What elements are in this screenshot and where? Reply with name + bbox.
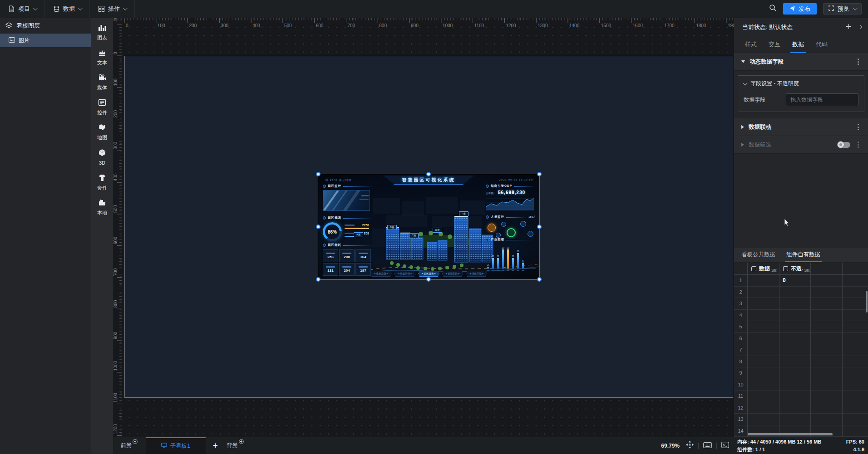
circle-plus-icon[interactable] (133, 439, 138, 445)
table-cell[interactable] (843, 287, 868, 298)
table-cell[interactable] (843, 310, 868, 322)
preview-button[interactable]: 预览 (823, 3, 862, 15)
table-cell[interactable] (779, 333, 811, 345)
toolbox-item-charts[interactable]: 图表 (91, 24, 113, 40)
editor-canvas[interactable]: 0100200300400500600700800900100011001200… (113, 18, 734, 437)
table-cell[interactable] (811, 275, 843, 287)
table-cell[interactable] (843, 298, 868, 310)
toolbox-item-kits[interactable]: 套件 (91, 174, 113, 190)
table-cell[interactable] (811, 414, 843, 425)
section-dynamic-data-fields[interactable]: 动态数据字段 (734, 53, 868, 71)
add-state-icon[interactable] (845, 24, 851, 31)
foreground-group[interactable]: 前景 (119, 442, 139, 449)
table-cell[interactable] (811, 321, 843, 333)
table-cell[interactable] (843, 356, 868, 368)
table-cell[interactable] (811, 391, 843, 402)
selection-handle-n[interactable] (426, 172, 431, 176)
table-cell[interactable] (811, 310, 843, 322)
selection-handle-nw[interactable] (316, 172, 321, 176)
selection-handle-ne[interactable] (537, 172, 542, 176)
toolbox-item-controls[interactable]: 控件 (91, 99, 113, 115)
table-cell[interactable] (779, 310, 811, 322)
table-cell[interactable] (779, 414, 811, 425)
kebab-menu-icon[interactable] (856, 57, 861, 67)
column-header[interactable] (843, 263, 868, 275)
data-field-dropzone[interactable]: 拖入数据字段 (786, 93, 858, 106)
table-cell[interactable] (748, 310, 779, 322)
table-cell[interactable] (748, 287, 779, 298)
table-cell[interactable] (779, 287, 811, 298)
menu-data[interactable]: 数据 (45, 0, 90, 18)
column-header[interactable]: 数据Str. (748, 263, 779, 275)
table-cell[interactable] (811, 344, 843, 356)
table-cell[interactable] (748, 391, 779, 402)
column-header[interactable]: 不透…Str. (779, 263, 811, 275)
table-cell[interactable]: 0 (779, 275, 811, 287)
table-cell[interactable] (748, 298, 779, 310)
selection-handle-se[interactable] (537, 277, 542, 282)
table-cell[interactable] (843, 425, 868, 437)
table-cell[interactable] (779, 391, 811, 402)
vertical-scrollbar[interactable] (866, 291, 868, 312)
table-cell[interactable] (843, 379, 868, 391)
section-data-filter[interactable]: 数据筛选 (734, 136, 868, 154)
table-cell[interactable] (843, 414, 868, 425)
table-cell[interactable] (748, 402, 779, 414)
table-cell[interactable] (779, 367, 811, 379)
toolbox-item-3d[interactable]: 3D (91, 149, 113, 166)
add-subboard-button[interactable]: + (206, 441, 225, 450)
zoom-percent[interactable]: 69.79% (661, 443, 680, 449)
field-settings-header[interactable]: 字段设置 - 不透明度 (744, 80, 858, 88)
circle-plus-icon[interactable] (239, 439, 244, 445)
table-cell[interactable] (843, 367, 868, 379)
table-cell[interactable] (843, 333, 868, 345)
fit-screen-icon[interactable] (686, 441, 694, 450)
table-cell[interactable] (748, 333, 779, 345)
toolbox-item-text[interactable]: 文本 (91, 49, 113, 65)
toolbox-item-local[interactable]: 本地 (91, 199, 113, 215)
subboard-tab-active[interactable]: 子看板1 (146, 437, 206, 454)
column-checkbox[interactable] (783, 266, 788, 271)
table-cell[interactable] (748, 321, 779, 333)
table-cell[interactable] (779, 356, 811, 368)
background-group[interactable]: 背景 (225, 442, 246, 449)
menu-actions[interactable]: 操作 (90, 0, 135, 18)
horizontal-scrollbar[interactable] (748, 433, 833, 435)
table-cell[interactable] (748, 379, 779, 391)
table-cell[interactable] (748, 367, 779, 379)
selected-image-component[interactable]: 智慧园区可视化系统 晴 26°C 多云转晴 2021-06-26 15:30:5… (318, 174, 539, 279)
selection-handle-s[interactable] (426, 277, 431, 282)
table-cell[interactable] (811, 287, 843, 298)
tab-data[interactable]: 数据 (792, 36, 804, 53)
tab-interaction[interactable]: 交互 (769, 36, 780, 53)
table-cell[interactable] (779, 344, 811, 356)
selection-handle-sw[interactable] (316, 277, 321, 282)
chevron-right-icon[interactable] (858, 25, 863, 29)
table-cell[interactable] (748, 414, 779, 425)
table-cell[interactable] (748, 275, 779, 287)
section-data-link[interactable]: 数据联动 (734, 118, 868, 136)
table-cell[interactable] (843, 402, 868, 414)
toolbox-item-map[interactable]: 地图 (91, 124, 113, 140)
table-cell[interactable] (779, 298, 811, 310)
toolbox-item-media[interactable]: 媒体 (91, 74, 113, 90)
table-cell[interactable] (779, 321, 811, 333)
selection-handle-e[interactable] (537, 225, 542, 229)
table-cell[interactable] (843, 275, 868, 287)
table-cell[interactable] (843, 344, 868, 356)
table-cell[interactable] (748, 356, 779, 368)
table-cell[interactable] (779, 402, 811, 414)
layer-item-image[interactable]: 图片 (0, 34, 91, 47)
table-cell[interactable] (811, 367, 843, 379)
tab-component-data[interactable]: 组件自有数据 (786, 251, 820, 262)
publish-button[interactable]: 发布 (783, 3, 817, 15)
table-cell[interactable] (811, 298, 843, 310)
tab-style[interactable]: 样式 (745, 36, 757, 53)
tab-public-data[interactable]: 看板公共数据 (741, 251, 775, 262)
table-cell[interactable] (843, 391, 868, 402)
column-header[interactable] (811, 263, 843, 275)
kebab-menu-icon[interactable] (856, 140, 861, 150)
tab-code[interactable]: 代码 (816, 36, 828, 53)
table-cell[interactable] (811, 356, 843, 368)
table-cell[interactable] (811, 402, 843, 414)
